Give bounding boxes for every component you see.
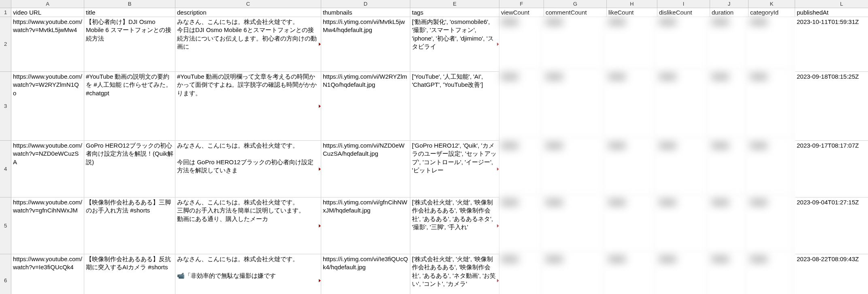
cell-D4[interactable]: https://i.ytimg.com/vi/NZD0eWCuzSA/hqdef…: [321, 141, 410, 197]
cell-E4[interactable]: ['GoPro HERO12', 'Quik', 'カメラのユーザー設定', '…: [410, 141, 499, 197]
cell-C2[interactable]: みなさん、こんにちは。株式会社火燵です。 今日はDJI Osmo Mobile …: [175, 17, 321, 72]
cell-L4[interactable]: 2023-09-17T08:17:07Z: [795, 141, 868, 197]
cell-F2[interactable]: ████: [499, 17, 544, 72]
col-header-H[interactable]: H: [607, 0, 657, 8]
cell-K4[interactable]: ████: [749, 141, 795, 197]
cell-text: ['株式会社火燵', '火燵', '映像制作会社あるある', '映像制作会社',…: [412, 255, 496, 287]
row-header-6[interactable]: 6: [0, 254, 11, 294]
cell-I1[interactable]: dislikeCount: [657, 8, 710, 17]
cell-K1[interactable]: categoryId: [749, 8, 795, 17]
cell-L1[interactable]: publishedAt: [795, 8, 868, 17]
cell-F6[interactable]: ████: [499, 254, 544, 294]
cell-C6[interactable]: みなさん、こんにちは。株式会社火燵です。 📹「非効率的で無駄な撮影は嫌です: [175, 254, 321, 294]
cell-G2[interactable]: ████: [544, 17, 607, 72]
cell-D6[interactable]: https://i.ytimg.com/vi/Ie3fiQUcQk4/hqdef…: [321, 254, 410, 294]
cell-C3[interactable]: #YouTube 動画の説明欄って文章を考えるの時間かかって面倒ですよね。誤字脱…: [175, 72, 321, 141]
cell-H6[interactable]: ████: [607, 254, 657, 294]
cell-F3[interactable]: ████: [499, 72, 544, 141]
col-header-K[interactable]: K: [749, 0, 795, 8]
cell-A4[interactable]: https://www.youtube.com/watch?v=NZD0eWCu…: [11, 141, 84, 197]
cell-H5[interactable]: ████: [607, 197, 657, 254]
cell-J2[interactable]: ████: [710, 17, 749, 72]
cell-H2[interactable]: ████: [607, 17, 657, 72]
cell-G5[interactable]: ████: [544, 197, 607, 254]
cell-J3[interactable]: ████: [710, 72, 749, 141]
cell-J6[interactable]: ████: [710, 254, 749, 294]
col-header-I[interactable]: I: [657, 0, 710, 8]
col-header-G[interactable]: G: [544, 0, 607, 8]
col-header-J[interactable]: J: [710, 0, 749, 8]
cell-text: #YouTube 動画の説明欄って文章を考えるの時間かかって面倒ですよね。誤字脱…: [177, 73, 317, 97]
cell-E1[interactable]: tags: [410, 8, 499, 17]
row-header-2[interactable]: 2: [0, 17, 11, 72]
corner-cell[interactable]: [0, 0, 11, 8]
cell-C1[interactable]: description: [175, 8, 321, 17]
cell-E2[interactable]: ['動画内製化', 'osmomobile6', '撮影', 'スマートフォン'…: [410, 17, 499, 72]
cell-G6[interactable]: ████: [544, 254, 607, 294]
cell-I6[interactable]: ████: [657, 254, 710, 294]
row-header-4[interactable]: 4: [0, 141, 11, 197]
cell-text: みなさん、こんにちは。株式会社火燵です。 📹「非効率的で無駄な撮影は嫌です: [177, 255, 299, 279]
cell-C5[interactable]: みなさん、こんにちは。株式会社火燵です。 三脚のお手入れ方法を簡単に説明していま…: [175, 197, 321, 254]
cell-K3[interactable]: ████: [749, 72, 795, 141]
col-header-E[interactable]: E: [410, 0, 499, 8]
cell-K5[interactable]: ████: [749, 197, 795, 254]
cell-A6[interactable]: https://www.youtube.com/watch?v=Ie3fiQUc…: [11, 254, 84, 294]
cell-B6[interactable]: 【映像制作会社あるある】反抗期に突入するAIカメラ #shorts: [84, 254, 175, 294]
col-header-D[interactable]: D: [321, 0, 410, 8]
cell-B2[interactable]: 【初心者向け】DJI Osmo Mobile 6 スマートフォンとの接続方法: [84, 17, 175, 72]
cell-A5[interactable]: https://www.youtube.com/watch?v=gfnCihNW…: [11, 197, 84, 254]
cell-F4[interactable]: ████: [499, 141, 544, 197]
cell-B4[interactable]: GoPro HERO12ブラックの初心者向け設定方法を解説！(Quik解説): [84, 141, 175, 197]
cell-C4[interactable]: みなさん、こんにちは。株式会社火燵です。 今回は GoPro HERO12ブラッ…: [175, 141, 321, 197]
cell-K2[interactable]: ████: [749, 17, 795, 72]
cell-J5[interactable]: ████: [710, 197, 749, 254]
col-header-L[interactable]: L: [795, 0, 868, 8]
cell-A3[interactable]: https://www.youtube.com/watch?v=W2RYZlmN…: [11, 72, 84, 141]
cell-text: ['株式会社火燵', '火燵', '映像制作会社あるある', '映像制作会社',…: [412, 199, 493, 230]
col-header-B[interactable]: B: [84, 0, 175, 8]
cell-F1[interactable]: viewCount: [499, 8, 544, 17]
cell-H1[interactable]: likeCount: [607, 8, 657, 17]
cell-A1[interactable]: video URL: [11, 8, 84, 17]
cell-I3[interactable]: ████: [657, 72, 710, 141]
cell-J1[interactable]: duration: [710, 8, 749, 17]
cell-H3[interactable]: ████: [607, 72, 657, 141]
cell-text: ['GoPro HERO12', 'Quik', 'カメラのユーザー設定', '…: [412, 142, 497, 174]
cell-E6[interactable]: ['株式会社火燵', '火燵', '映像制作会社あるある', '映像制作会社',…: [410, 254, 499, 294]
cell-D1[interactable]: thumbnails: [321, 8, 410, 17]
cell-L6[interactable]: 2023-08-22T08:09:43Z: [795, 254, 868, 294]
cell-G1[interactable]: commentCount: [544, 8, 607, 17]
cell-text: みなさん、こんにちは。株式会社火燵です。 今回は GoPro HERO12ブラッ…: [177, 142, 314, 174]
cell-L3[interactable]: 2023-09-18T08:15:25Z: [795, 72, 868, 141]
cell-B1[interactable]: title: [84, 8, 175, 17]
cell-L2[interactable]: 2023-10-11T01:59:31Z: [795, 17, 868, 72]
cell-E5[interactable]: ['株式会社火燵', '火燵', '映像制作会社あるある', '映像制作会社',…: [410, 197, 499, 254]
cell-I2[interactable]: ████: [657, 17, 710, 72]
cell-text: ['動画内製化', 'osmomobile6', '撮影', 'スマートフォン'…: [412, 18, 494, 50]
cell-L5[interactable]: 2023-09-04T01:27:15Z: [795, 197, 868, 254]
cell-D2[interactable]: https://i.ytimg.com/vi/MvtkL5jwMw4/hqdef…: [321, 17, 410, 72]
cell-K6[interactable]: ████: [749, 254, 795, 294]
cell-I5[interactable]: ████: [657, 197, 710, 254]
cell-G3[interactable]: ████: [544, 72, 607, 141]
row-header-1[interactable]: 1: [0, 8, 11, 17]
cell-J4[interactable]: ████: [710, 141, 749, 197]
overflow-indicator-icon: [319, 279, 321, 282]
cell-B5[interactable]: 【映像制作会社あるある】三脚のお手入れ方法 #shorts: [84, 197, 175, 254]
col-header-A[interactable]: A: [11, 0, 84, 8]
spreadsheet-grid[interactable]: A B C D E F G H I J K L 1 video URL titl…: [0, 0, 868, 294]
row-header-5[interactable]: 5: [0, 197, 11, 254]
col-header-F[interactable]: F: [499, 0, 544, 8]
cell-D5[interactable]: https://i.ytimg.com/vi/gfnCihNWxJM/hqdef…: [321, 197, 410, 254]
row-header-3[interactable]: 3: [0, 72, 11, 141]
cell-H4[interactable]: ████: [607, 141, 657, 197]
col-header-C[interactable]: C: [175, 0, 321, 8]
cell-B3[interactable]: #YouTube 動画の説明文の要約を #人工知能 に作らせてみた。#chatg…: [84, 72, 175, 141]
cell-E3[interactable]: ['YouTube', '人工知能', 'AI', 'ChatGPT', 'Yo…: [410, 72, 499, 141]
cell-A2[interactable]: https://www.youtube.com/watch?v=MvtkL5jw…: [11, 17, 84, 72]
cell-G4[interactable]: ████: [544, 141, 607, 197]
cell-D3[interactable]: https://i.ytimg.com/vi/W2RYZlmN1Qo/hqdef…: [321, 72, 410, 141]
cell-I4[interactable]: ████: [657, 141, 710, 197]
cell-F5[interactable]: ████: [499, 197, 544, 254]
